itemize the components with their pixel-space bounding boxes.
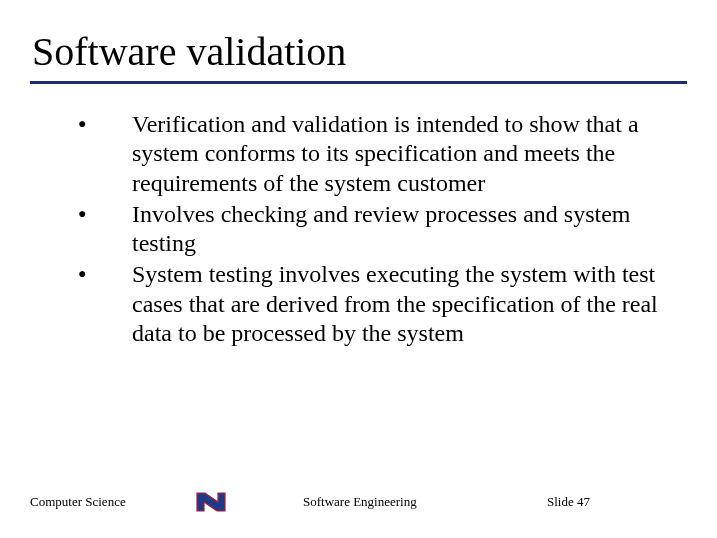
list-item: ● System testing involves executing the … (78, 260, 667, 348)
slide-label: Slide (547, 494, 574, 509)
footer-slide-number: Slide 47 (547, 494, 687, 510)
bullet-text: Involves checking and review processes a… (132, 200, 667, 259)
slide-number-value: 47 (577, 494, 590, 509)
footer-left-text: Computer Science (30, 494, 195, 510)
logo-icon (195, 490, 243, 514)
bullet-icon: ● (78, 200, 132, 228)
bullet-icon: ● (78, 260, 132, 288)
slide-title: Software validation (30, 28, 687, 75)
title-underline (30, 81, 687, 84)
content-area: ● Verification and validation is intende… (30, 110, 687, 348)
list-item: ● Verification and validation is intende… (78, 110, 667, 198)
bullet-text: System testing involves executing the sy… (132, 260, 667, 348)
list-item: ● Involves checking and review processes… (78, 200, 667, 259)
bullet-text: Verification and validation is intended … (132, 110, 667, 198)
footer: Computer Science Software Engineering Sl… (0, 490, 717, 514)
bullet-icon: ● (78, 110, 132, 138)
footer-center-text: Software Engineering (243, 494, 547, 510)
slide: Software validation ● Verification and v… (0, 0, 717, 538)
